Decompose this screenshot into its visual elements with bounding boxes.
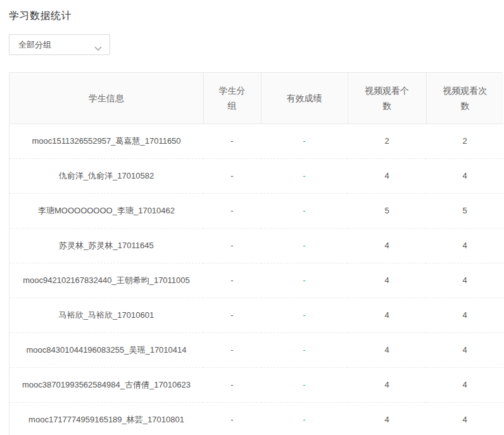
cell-videos-watched: 4 xyxy=(348,298,426,332)
cell-student-info: 李瑭MOOOOOOOO_李瑭_17010462 xyxy=(9,193,203,228)
cell-student-info: mooc38701993562584984_古倩倩_17010623 xyxy=(9,367,203,402)
column-header-student-group: 学生分组 xyxy=(203,73,261,123)
cell-student-group: - xyxy=(203,263,261,298)
chevron-down-icon xyxy=(94,42,102,47)
cell-student-info: mooc84301044196083255_吴瑶_17010414 xyxy=(9,332,203,367)
cell-valid-score: - xyxy=(261,158,348,193)
cell-valid-score: - xyxy=(261,402,348,435)
cell-student-info: mooc1717774959165189_林芸_17010801 xyxy=(9,402,203,435)
cell-student-info: 苏灵林_苏灵林_17011645 xyxy=(9,228,203,263)
cell-valid-score: - xyxy=(261,123,348,158)
cell-student-info: mooc1511326552957_葛嘉慧_17011650 xyxy=(9,123,203,158)
cell-videos-watched: 2 xyxy=(348,123,426,158)
cell-view-times: 4 xyxy=(426,332,503,367)
cell-student-group: - xyxy=(203,367,261,402)
stats-table: 学生信息 学生分组 有效成绩 视频观看个数 视频观看次数 xyxy=(9,73,503,435)
cell-view-times: 4 xyxy=(426,158,503,193)
cell-valid-score: - xyxy=(261,193,348,228)
cell-valid-score: - xyxy=(261,332,348,367)
column-header-student-info: 学生信息 xyxy=(9,73,203,123)
cell-valid-score: - xyxy=(261,298,348,332)
cell-videos-watched: 4 xyxy=(348,367,426,402)
cell-student-group: - xyxy=(203,228,261,263)
cell-valid-score: - xyxy=(261,367,348,402)
cell-view-times: 4 xyxy=(426,367,503,402)
cell-view-times: 2 xyxy=(426,123,503,158)
stats-table-container: 学生信息 学生分组 有效成绩 视频观看个数 视频观看次数 xyxy=(9,72,503,435)
cell-videos-watched: 4 xyxy=(348,228,426,263)
group-filter-select[interactable]: 全部分组 xyxy=(9,34,110,55)
cell-student-group: - xyxy=(203,402,261,435)
cell-view-times: 4 xyxy=(426,298,503,332)
cell-videos-watched: 4 xyxy=(348,263,426,298)
table-row: 仇俞洋_仇俞洋_17010582 - - 4 4 xyxy=(9,158,503,193)
table-row: mooc38701993562584984_古倩倩_17010623 - - 4… xyxy=(9,367,503,402)
cell-student-group: - xyxy=(203,298,261,332)
table-header-row: 学生信息 学生分组 有效成绩 视频观看个数 视频观看次数 xyxy=(9,73,503,123)
cell-view-times: 4 xyxy=(426,402,503,435)
learning-stats-page: 学习数据统计 全部分组 学生信息 xyxy=(0,0,504,435)
cell-view-times: 4 xyxy=(426,228,503,263)
cell-videos-watched: 4 xyxy=(348,332,426,367)
cell-valid-score: - xyxy=(261,263,348,298)
cell-view-times: 4 xyxy=(426,263,503,298)
cell-student-group: - xyxy=(203,123,261,158)
cell-student-info: 马裕欣_马裕欣_17010601 xyxy=(9,298,203,332)
table-row: mooc942102167832440_王朝希昀_17011005 - - 4 … xyxy=(9,263,503,298)
table-row: 李瑭MOOOOOOOO_李瑭_17010462 - - 5 5 xyxy=(9,193,503,228)
cell-videos-watched: 4 xyxy=(348,402,426,435)
cell-videos-watched: 5 xyxy=(348,193,426,228)
table-row: mooc1717774959165189_林芸_17010801 - - 4 4 xyxy=(9,402,503,435)
column-header-videos-watched: 视频观看个数 xyxy=(348,73,426,123)
column-header-view-times: 视频观看次数 xyxy=(426,73,503,123)
cell-student-info: 仇俞洋_仇俞洋_17010582 xyxy=(9,158,203,193)
table-row: mooc1511326552957_葛嘉慧_17011650 - - 2 2 xyxy=(9,123,503,158)
table-row: 马裕欣_马裕欣_17010601 - - 4 4 xyxy=(9,298,503,332)
cell-videos-watched: 4 xyxy=(348,158,426,193)
cell-student-group: - xyxy=(203,158,261,193)
column-header-valid-score: 有效成绩 xyxy=(261,73,348,123)
cell-view-times: 5 xyxy=(426,193,503,228)
filter-bar: 全部分组 xyxy=(9,34,504,55)
cell-valid-score: - xyxy=(261,228,348,263)
table-row: 苏灵林_苏灵林_17011645 - - 4 4 xyxy=(9,228,503,263)
cell-student-group: - xyxy=(203,193,261,228)
cell-student-group: - xyxy=(203,332,261,367)
page-title: 学习数据统计 xyxy=(9,9,504,23)
table-body: mooc1511326552957_葛嘉慧_17011650 - - 2 2 仇… xyxy=(9,123,503,435)
cell-student-info: mooc942102167832440_王朝希昀_17011005 xyxy=(9,263,203,298)
table-row: mooc84301044196083255_吴瑶_17010414 - - 4 … xyxy=(9,332,503,367)
